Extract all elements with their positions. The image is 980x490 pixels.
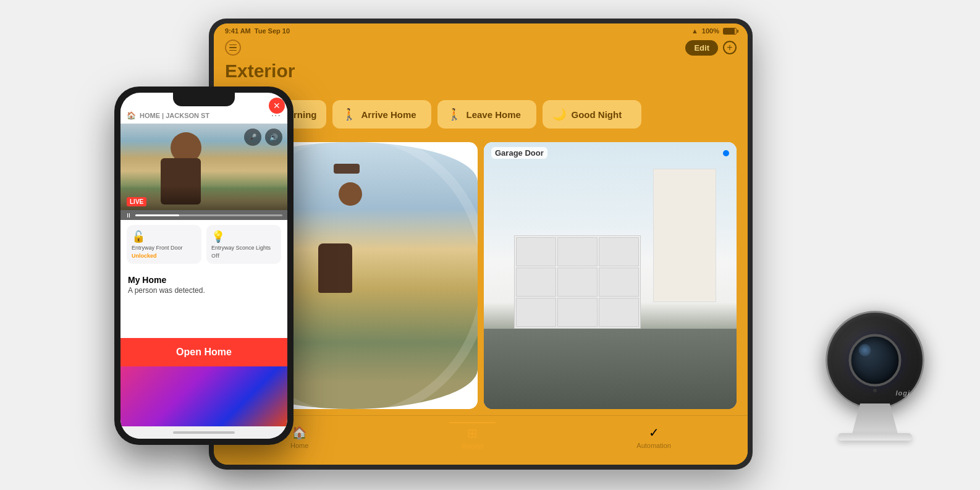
phone-screen: 🏠 HOME | JACKSON ST ··· 🎤 🔊 LIVE ⏸ [120, 93, 287, 439]
battery-icon [723, 28, 737, 35]
phone-bottom-bar [120, 426, 287, 439]
scenes-section: Scenes 🏠 Good Morning 🚶 Arrive Home 🚶 Le… [214, 87, 748, 136]
garage-camera-card[interactable]: Garage Door [484, 142, 737, 409]
logi-camera-device: logi [807, 286, 943, 441]
open-home-button[interactable]: Open Home [120, 338, 287, 366]
battery-percentage: 100% [702, 27, 719, 35]
tab-home-icon: 🏠 [292, 425, 307, 440]
scene-arrive-icon: 🚶 [342, 108, 356, 121]
tab-automation[interactable]: ✓ Automation [624, 423, 683, 452]
phone-cam-header: 🏠 HOME | JACKSON ST ··· [120, 106, 287, 124]
lights-tile[interactable]: 💡 Entryway Sconce Lights Off [206, 225, 281, 264]
home-indicator [173, 431, 235, 434]
header-right: Edit + [685, 40, 737, 56]
phone-home-label: HOME | JACKSON ST [140, 112, 209, 119]
scene-arrive-label: Arrive Home [361, 109, 416, 120]
scrubber-bar[interactable] [135, 214, 282, 216]
tab-rooms-icon: ⊞ [467, 426, 478, 441]
phone-device: ✕ 🏠 HOME | JACKSON ST ··· 🎤 🔊 LIVE [114, 87, 294, 445]
lights-status: Off [211, 253, 276, 259]
home-icon: 🏠 [127, 111, 136, 120]
wifi-icon: ▲ [691, 27, 698, 35]
phone-notification: My Home A person was detected. [120, 269, 287, 339]
front-door-status: Unlocked [132, 253, 196, 259]
camera-base [838, 433, 912, 441]
scene-night-label: Good Night [571, 109, 622, 120]
camera-overlay: LIVE [120, 185, 287, 210]
scene-leave-label: Leave Home [466, 109, 520, 120]
mute-button[interactable]: 🎤 [244, 129, 261, 146]
front-door-label: Entryway Front Door [132, 245, 196, 251]
close-button[interactable]: ✕ [269, 98, 285, 114]
garage-camera-title: Garage Door [491, 147, 547, 159]
scene-leave-home[interactable]: 🚶 Leave Home [437, 100, 536, 129]
garage-camera-status-dot [723, 150, 729, 156]
page-title: Exterior [214, 61, 748, 87]
garage-driveway [484, 329, 737, 409]
camera-body: logi [826, 311, 924, 410]
phone-frame: ✕ 🏠 HOME | JACKSON ST ··· 🎤 🔊 LIVE [114, 87, 294, 445]
camera-lens [849, 334, 902, 387]
tablet-statusbar: 9:41 AM Tue Sep 10 ▲ 100% [214, 23, 748, 37]
scene-leave-icon: 🚶 [447, 108, 461, 121]
tab-rooms-label: Rooms [462, 442, 483, 450]
person-hat [334, 164, 360, 174]
phone-wallpaper [120, 366, 287, 426]
logi-logo: logi [895, 389, 910, 397]
add-button[interactable]: + [723, 41, 737, 54]
garage-house [653, 169, 716, 302]
tablet-header: Edit + [214, 37, 748, 61]
phone-notch [173, 93, 235, 106]
scrubber-progress [135, 214, 179, 216]
scenes-label: Scenes [225, 87, 737, 95]
tablet-screen: 9:41 AM Tue Sep 10 ▲ 100% Edit [214, 23, 748, 465]
video-scrubber[interactable]: ⏸ [120, 210, 287, 220]
camera-controls: 🎤 🔊 [244, 129, 282, 146]
scene-good-night[interactable]: 🌙 Good Night [543, 100, 641, 129]
lights-label: Entryway Sconce Lights [211, 245, 276, 251]
tab-automation-icon: ✓ [649, 425, 659, 440]
edit-button[interactable]: Edit [685, 40, 718, 56]
camera-feeds: Garage Door [214, 136, 748, 415]
statusbar-right: ▲ 100% [691, 27, 737, 35]
device-tiles: 🔓 Entryway Front Door Unlocked 💡 Entrywa… [120, 220, 287, 269]
person-body [318, 243, 352, 293]
notification-title: My Home [128, 275, 280, 285]
scene-night-icon: 🌙 [552, 108, 566, 121]
scenes-grid: 🏠 Good Morning 🚶 Arrive Home 🚶 Leave Hom… [225, 100, 737, 129]
garage-feed [484, 142, 737, 409]
live-badge: LIVE [127, 197, 146, 206]
scene-arrive-home[interactable]: 🚶 Arrive Home [332, 100, 431, 129]
phone-camera-feed[interactable]: 🎤 🔊 LIVE [120, 124, 287, 210]
front-door-tile[interactable]: 🔓 Entryway Front Door Unlocked [127, 225, 201, 264]
lock-icon: 🔓 [132, 230, 196, 243]
garage-scene-bg [484, 142, 737, 409]
tablet-tabbar: 🏠 Home ⊞ Rooms ✓ Automation [214, 415, 748, 465]
camera-indicator-light [873, 389, 877, 392]
volume-button[interactable]: 🔊 [265, 129, 282, 146]
garage-door [514, 235, 641, 329]
date-display: Tue Sep 10 [255, 27, 290, 35]
person-head [339, 182, 362, 206]
play-pause-icon[interactable]: ⏸ [125, 212, 132, 219]
time-display: 9:41 AM [225, 27, 251, 35]
menu-icon[interactable] [225, 40, 241, 56]
notification-text: A person was detected. [128, 286, 280, 295]
statusbar-left: 9:41 AM Tue Sep 10 [225, 27, 290, 35]
tab-rooms[interactable]: ⊞ Rooms [449, 422, 496, 452]
tab-automation-label: Automation [636, 442, 671, 449]
garage-header: Garage Door [491, 147, 729, 159]
light-icon: 💡 [211, 230, 276, 243]
